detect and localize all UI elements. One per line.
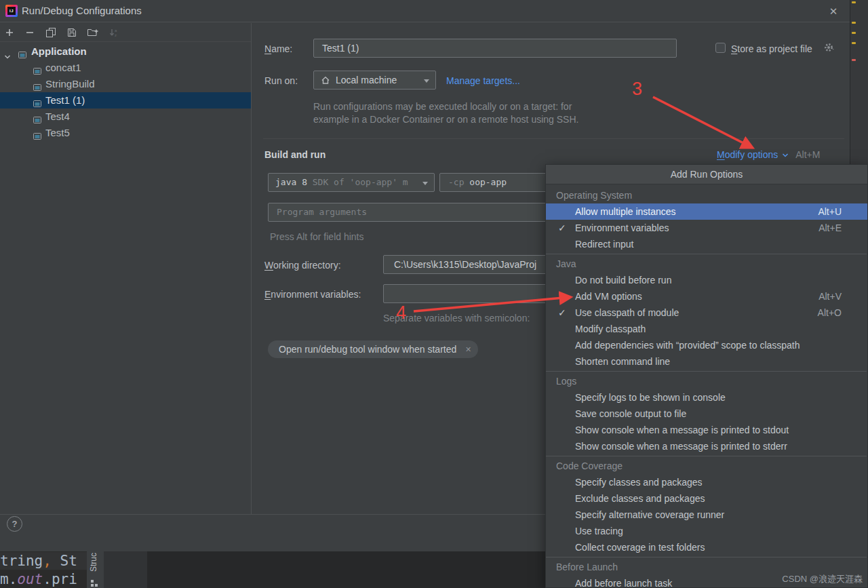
menu-item-label: Specify logs to be shown in console bbox=[575, 392, 726, 403]
manage-targets-link[interactable]: Manage targets... bbox=[446, 75, 520, 86]
tool-window-tab-strip: Struc bbox=[87, 551, 104, 588]
run-on-combobox[interactable]: Local machine bbox=[313, 71, 436, 90]
modify-options-link[interactable]: Modify options bbox=[717, 149, 778, 160]
tree-node-configuration[interactable]: Test1 (1) bbox=[0, 92, 251, 109]
menu-item[interactable]: Add VM optionsAlt+V bbox=[546, 288, 867, 305]
code-token: out bbox=[17, 571, 43, 587]
menu-item[interactable]: ✓Use classpath of moduleAlt+O bbox=[546, 305, 867, 321]
menu-item[interactable]: Show console when a message is printed t… bbox=[546, 422, 867, 438]
help-button[interactable]: ? bbox=[7, 516, 22, 532]
configurations-tree: Applicationconcat1StringBuildTest1 (1)Te… bbox=[0, 43, 251, 141]
modify-options-shortcut: Alt+M bbox=[795, 149, 820, 160]
menu-item[interactable]: Use tracing bbox=[546, 523, 867, 539]
annotation-step-number: 3 bbox=[632, 79, 642, 99]
menu-item-shortcut: Alt+O bbox=[818, 305, 842, 321]
menu-item-label: Do not build before run bbox=[575, 275, 671, 286]
save-icon[interactable] bbox=[66, 27, 77, 38]
add-run-options-popup: Add Run Options Operating SystemAllow mu… bbox=[545, 164, 868, 588]
tree-node-configuration[interactable]: concat1 bbox=[0, 60, 251, 76]
tree-node-configuration[interactable]: Test4 bbox=[0, 109, 251, 125]
menu-item-label: Use classpath of module bbox=[575, 307, 679, 318]
svg-text:z: z bbox=[115, 33, 117, 37]
menu-item[interactable]: Add dependencies with “provided” scope t… bbox=[546, 337, 867, 353]
menu-item[interactable]: Shorten command line bbox=[546, 353, 867, 370]
checkmark-icon: ✓ bbox=[558, 305, 566, 321]
menu-item-label: Allow multiple instances bbox=[575, 206, 676, 217]
tree-node-configuration[interactable]: Test5 bbox=[0, 125, 251, 141]
menu-item-label: Collect coverage in test folders bbox=[575, 542, 705, 553]
tree-node-configuration[interactable]: StringBuild bbox=[0, 76, 251, 92]
new-folder-icon[interactable] bbox=[87, 27, 98, 38]
popup-title: Add Run Options bbox=[546, 165, 867, 184]
open-tool-window-tag-label: Open run/debug tool window when started bbox=[279, 344, 456, 355]
sidebar-toolbar: az bbox=[0, 23, 251, 42]
menu-item-label: Show console when a message is printed t… bbox=[575, 441, 787, 452]
menu-item-label: Specify classes and packages bbox=[575, 477, 703, 488]
menu-item[interactable]: Save console output to file bbox=[546, 406, 867, 422]
menu-item[interactable]: Collect coverage in test folders bbox=[546, 539, 867, 555]
menu-section-header: Logs bbox=[546, 373, 867, 389]
dialog-title-bar[interactable]: IJ Run/Debug Configurations ✕ bbox=[0, 0, 850, 22]
menu-item[interactable]: Specify classes and packages bbox=[546, 474, 867, 490]
menu-item-label: Redirect input bbox=[575, 239, 633, 250]
modify-options-row: Modify options Alt+M bbox=[717, 149, 820, 161]
structure-tab[interactable]: Struc bbox=[89, 553, 98, 572]
menu-section-header: Operating System bbox=[546, 187, 867, 203]
open-tool-window-tag[interactable]: Open run/debug tool window when started … bbox=[268, 340, 478, 358]
menu-item[interactable]: Exclude classes and packages bbox=[546, 490, 867, 507]
env-semicolon-hint: Separate variables with semicolon: bbox=[383, 313, 530, 324]
application-icon bbox=[33, 129, 42, 145]
jre-combobox[interactable]: java 8 SDK of 'oop-app' m bbox=[268, 173, 435, 192]
tree-node-application[interactable]: Application bbox=[0, 43, 251, 60]
menu-item[interactable]: Modify classpath bbox=[546, 321, 867, 337]
configurations-sidebar: az Applicationconcat1StringBuildTest1 (1… bbox=[0, 23, 252, 514]
svg-text:a: a bbox=[115, 28, 117, 33]
store-as-project-file-checkbox[interactable] bbox=[715, 43, 726, 53]
run-on-description-line2: example in a Docker Container or on a re… bbox=[313, 114, 578, 125]
menu-item-label: Shorten command line bbox=[575, 356, 670, 367]
menu-item-shortcut: Alt+E bbox=[818, 220, 842, 236]
checkmark-icon: ✓ bbox=[558, 220, 566, 236]
working-directory-label: Working directory: bbox=[264, 260, 341, 271]
alt-hint-text: Press Alt for field hints bbox=[270, 231, 364, 242]
local-machine-home-icon bbox=[321, 75, 330, 87]
section-separator bbox=[263, 138, 844, 139]
add-icon[interactable] bbox=[4, 27, 15, 38]
code-token: .pri bbox=[43, 571, 77, 587]
menu-item[interactable]: Show console when a message is printed t… bbox=[546, 438, 867, 454]
menu-item[interactable]: Specify alternative coverage runner bbox=[546, 507, 867, 523]
name-label: Name: bbox=[264, 43, 292, 54]
store-settings-gear-icon[interactable] bbox=[824, 42, 835, 56]
menu-item-shortcut: Alt+U bbox=[818, 203, 842, 220]
error-stripe-mark bbox=[852, 1, 856, 3]
menu-separator bbox=[546, 254, 867, 254]
menu-separator bbox=[546, 456, 867, 456]
menu-item-label: Modify classpath bbox=[575, 324, 646, 334]
sort-alpha-icon[interactable]: az bbox=[108, 27, 119, 38]
run-on-label: Run on: bbox=[264, 75, 298, 86]
remove-icon[interactable] bbox=[24, 27, 35, 38]
code-token: tring bbox=[0, 553, 43, 569]
close-icon[interactable]: ✕ bbox=[825, 3, 842, 20]
menu-item-label: Specify alternative coverage runner bbox=[575, 509, 724, 520]
chevron-down-icon bbox=[782, 149, 789, 161]
error-stripe-mark bbox=[852, 32, 856, 34]
name-input[interactable]: Test1 (1) bbox=[313, 39, 677, 58]
copy-icon[interactable] bbox=[45, 27, 56, 38]
chevron-down-icon bbox=[424, 79, 429, 83]
menu-item-label: Add VM options bbox=[575, 291, 642, 302]
popup-body: Operating SystemAllow multiple instances… bbox=[546, 184, 867, 588]
menu-item-shortcut: Alt+V bbox=[818, 288, 842, 305]
menu-item[interactable]: ✓Environment variablesAlt+E bbox=[546, 220, 867, 236]
code-line: tring, St bbox=[0, 552, 87, 570]
build-and-run-section-label: Build and run bbox=[264, 149, 326, 160]
menu-item[interactable]: Specify logs to be shown in console bbox=[546, 389, 867, 406]
tag-close-icon[interactable]: ✕ bbox=[465, 340, 471, 358]
menu-section-header: Code Coverage bbox=[546, 458, 867, 474]
menu-item[interactable]: Allow multiple instancesAlt+U bbox=[546, 203, 867, 220]
annotation-arrow bbox=[653, 97, 753, 148]
menu-section-header: Java bbox=[546, 256, 867, 272]
menu-item[interactable]: Redirect input bbox=[546, 236, 867, 252]
menu-item-label: Use tracing bbox=[575, 526, 623, 536]
menu-item[interactable]: Do not build before run bbox=[546, 272, 867, 288]
